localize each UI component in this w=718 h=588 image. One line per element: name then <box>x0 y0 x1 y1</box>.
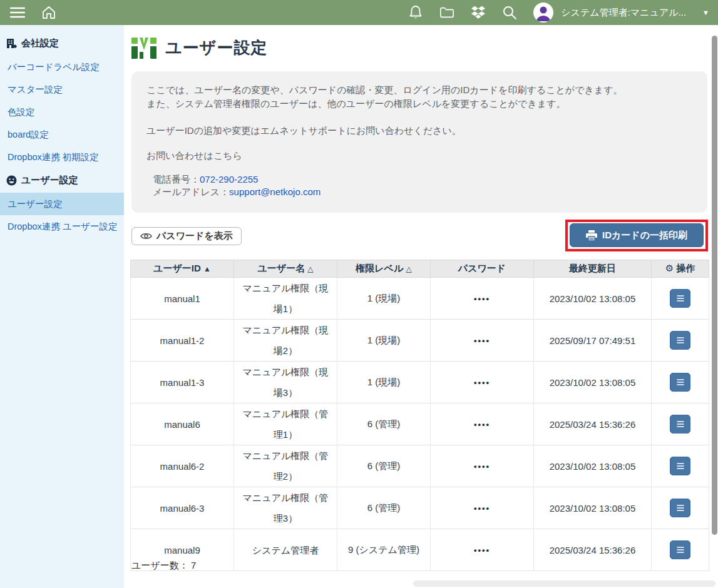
info-line-3: ユーザーIDの追加や変更はエムネットサポートにお問い合わせください。 <box>146 124 692 138</box>
cell-password: •••• <box>431 362 534 403</box>
column-header-permission-level[interactable]: 権限レベル △ <box>337 260 431 278</box>
cell-actions <box>652 529 709 571</box>
cell-actions <box>652 445 709 487</box>
info-line-1: ここでは、ユーザー名の変更や、パスワードの確認・変更、ログイン用のIDカードを印… <box>146 83 692 97</box>
column-header-user-name[interactable]: ユーザー名 △ <box>234 260 337 278</box>
cell-actions <box>652 362 709 403</box>
sidebar-item-barcode-label-settings[interactable]: バーコードラベル設定 <box>0 56 124 78</box>
cell-user-name: マニュアル権限（現場2） <box>234 320 337 362</box>
logged-in-user-label[interactable]: システム管理者:マニュアル... <box>561 7 686 19</box>
cell-actions <box>652 320 709 362</box>
notification-bell-icon[interactable] <box>408 5 423 20</box>
menu-lines-icon <box>677 505 684 511</box>
menu-lines-icon <box>677 463 684 469</box>
cell-password: •••• <box>431 278 534 320</box>
sidebar-item-master-settings[interactable]: マスター設定 <box>0 78 124 101</box>
printer-icon <box>586 230 597 241</box>
cell-password: •••• <box>431 529 534 571</box>
sidebar-item-board-settings[interactable]: board設定 <box>0 123 124 146</box>
chevron-down-icon[interactable]: ▼ <box>702 9 709 16</box>
cell-user-name: マニュアル権限（管理1） <box>234 403 337 445</box>
home-icon[interactable] <box>41 5 56 20</box>
row-actions-menu-button[interactable] <box>670 331 690 350</box>
main-content: ユーザー設定 ここでは、ユーザー名の変更や、パスワードの確認・変更、ログイン用の… <box>124 25 718 588</box>
gear-icon: ⚙ <box>665 263 674 273</box>
menu-lines-icon <box>677 379 684 385</box>
sidebar-section-label: ユーザー設定 <box>21 175 78 186</box>
column-header-actions: ⚙ 操作 <box>652 260 709 278</box>
cell-permission-level: 1 (現場) <box>337 362 431 403</box>
sidebar-item-color-settings[interactable]: 色設定 <box>0 101 124 123</box>
users-table-body: manual1 マニュアル権限（現場1） 1 (現場) •••• 2023/10… <box>131 278 709 571</box>
cell-last-updated: 2023/10/02 13:08:05 <box>534 278 652 320</box>
contact-email-row: メールアドレス：support@netkojo.com <box>153 186 692 198</box>
cell-user-name: マニュアル権限（現場3） <box>234 362 337 403</box>
page-title: ユーザー設定 <box>131 36 267 59</box>
cell-actions <box>652 487 709 529</box>
menu-lines-icon <box>677 337 684 343</box>
email-label: メールアドレス： <box>153 186 229 197</box>
contact-phone-row: 電話番号：072-290-2255 <box>153 173 692 186</box>
email-link[interactable]: support@netkojo.com <box>229 186 321 197</box>
info-box: ここでは、ユーザー名の変更や、パスワードの確認・変更、ログイン用のIDカードを印… <box>131 71 707 213</box>
app-logo-icon <box>131 36 156 59</box>
cell-user-id: manual1 <box>131 278 234 320</box>
menu-lines-icon <box>677 295 684 302</box>
table-row: manual6-2 マニュアル権限（管理2） 6 (管理) •••• 2023/… <box>131 445 709 487</box>
phone-link[interactable]: 072-290-2255 <box>200 174 258 185</box>
dropbox-icon[interactable] <box>471 5 486 20</box>
row-actions-menu-button[interactable] <box>670 289 690 308</box>
column-header-user-id[interactable]: ユーザーID ▲ <box>131 260 234 278</box>
smiley-icon <box>6 175 17 186</box>
cell-user-id: manual6 <box>131 403 234 445</box>
table-row: manual6 マニュアル権限（管理1） 6 (管理) •••• 2025/03… <box>131 403 709 445</box>
building-icon <box>6 38 17 49</box>
cell-password: •••• <box>431 403 534 445</box>
cell-last-updated: 2023/10/02 13:08:05 <box>534 362 652 403</box>
row-actions-menu-button[interactable] <box>670 540 690 559</box>
table-row: manual1-3 マニュアル権限（現場3） 1 (現場) •••• 2023/… <box>131 362 709 403</box>
vertical-scrollbar[interactable] <box>712 36 717 535</box>
users-table: ユーザーID ▲ ユーザー名 △ 権限レベル △ パスワード 最終更新日 ⚙ 操… <box>130 260 709 571</box>
hamburger-menu-icon[interactable] <box>10 5 25 20</box>
user-avatar[interactable] <box>533 3 553 23</box>
cell-permission-level: 1 (現場) <box>337 278 431 320</box>
row-actions-menu-button[interactable] <box>670 499 690 517</box>
print-id-cards-button[interactable]: IDカードの一括印刷 <box>570 223 704 247</box>
sort-icon[interactable]: △ <box>406 265 412 273</box>
folder-icon[interactable] <box>439 5 454 20</box>
user-count-label: ユーザー数： <box>131 560 188 570</box>
row-actions-menu-button[interactable] <box>670 373 690 392</box>
cell-permission-level: 6 (管理) <box>337 445 431 487</box>
cell-last-updated: 2025/03/24 15:36:26 <box>534 529 652 571</box>
cell-permission-level: 9 (システム管理) <box>337 529 431 571</box>
horizontal-scrollbar[interactable] <box>413 580 715 587</box>
sidebar-item-dropbox-user-settings[interactable]: Dropbox連携 ユーザー設定 <box>0 215 124 238</box>
user-count: ユーザー数： 7 <box>131 560 196 572</box>
column-header-last-updated: 最終更新日 <box>534 260 652 278</box>
sort-ascending-icon[interactable]: ▲ <box>203 265 211 273</box>
table-row: manual6-3 マニュアル権限（管理3） 6 (管理) •••• 2023/… <box>131 487 709 529</box>
show-password-button[interactable]: パスワードを表示 <box>131 227 242 245</box>
cell-permission-level: 6 (管理) <box>337 403 431 445</box>
cell-user-name: マニュアル権限（管理3） <box>234 487 337 529</box>
table-row: manual9 システム管理者 9 (システム管理) •••• 2025/03/… <box>131 529 709 571</box>
cell-last-updated: 2023/10/02 13:08:05 <box>534 487 652 529</box>
sidebar-section-label: 会社設定 <box>21 38 59 49</box>
cell-user-name: システム管理者 <box>234 529 337 571</box>
sidebar-item-user-settings[interactable]: ユーザー設定 <box>0 193 124 215</box>
cell-actions <box>652 278 709 320</box>
table-row: manual1 マニュアル権限（現場1） 1 (現場) •••• 2023/10… <box>131 278 709 320</box>
row-actions-menu-button[interactable] <box>670 415 690 433</box>
column-header-password: パスワード <box>431 260 534 278</box>
row-actions-menu-button[interactable] <box>670 457 690 475</box>
table-header-row: ユーザーID ▲ ユーザー名 △ 権限レベル △ パスワード 最終更新日 ⚙ 操… <box>131 260 709 278</box>
page-title-text: ユーザー設定 <box>165 37 267 59</box>
eye-icon <box>140 232 152 240</box>
sidebar: 会社設定 バーコードラベル設定 マスター設定 色設定 board設定 Dropb… <box>0 25 124 588</box>
cell-last-updated: 2023/10/02 13:08:05 <box>534 445 652 487</box>
sort-icon[interactable]: △ <box>307 265 313 273</box>
sidebar-item-dropbox-initial-settings[interactable]: Dropbox連携 初期設定 <box>0 146 124 168</box>
search-icon[interactable] <box>502 5 517 20</box>
sidebar-section-user-settings: ユーザー設定 <box>0 168 124 193</box>
